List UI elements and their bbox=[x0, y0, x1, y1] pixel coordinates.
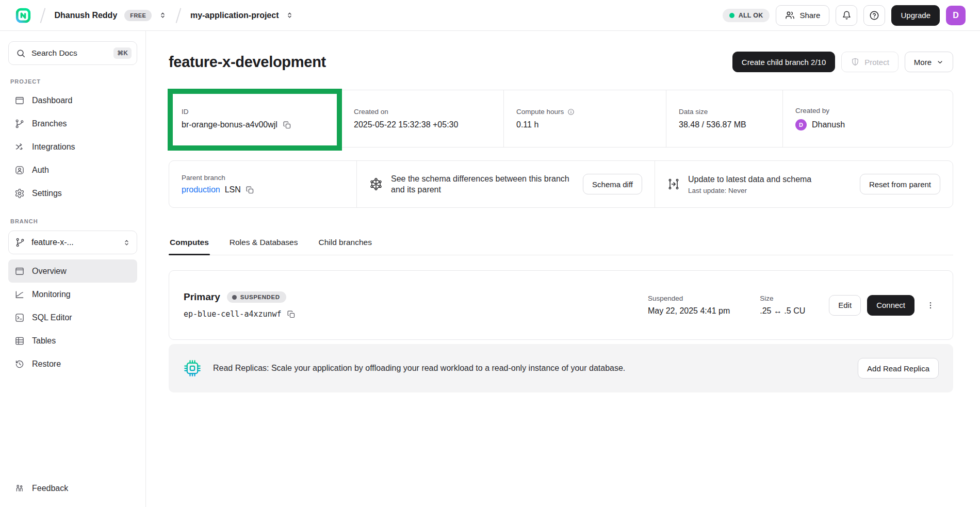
schema-diff-button[interactable]: Schema diff bbox=[583, 174, 642, 194]
branch-tabs: Computes Roles & Databases Child branche… bbox=[169, 234, 953, 255]
sidebar-item-label: Settings bbox=[32, 189, 62, 198]
tab-roles-databases[interactable]: Roles & Databases bbox=[228, 234, 299, 255]
detail-data-size: Data size 38.48 / 536.87 MB bbox=[666, 90, 782, 147]
sidebar-item-branches[interactable]: Branches bbox=[8, 112, 137, 135]
branch-section-label: BRANCH bbox=[10, 218, 137, 224]
sidebar-item-label: SQL Editor bbox=[32, 313, 72, 322]
git-branch-icon bbox=[15, 237, 25, 248]
copy-icon[interactable] bbox=[246, 186, 254, 194]
compute-size-col: Size .25 ↔ .5 CU bbox=[760, 295, 805, 316]
schema-diff-description: See the schema differences between this … bbox=[391, 173, 575, 195]
sidebar-item-monitoring[interactable]: Monitoring bbox=[8, 283, 137, 306]
size-label: Size bbox=[760, 295, 805, 302]
dashboard-icon bbox=[14, 95, 25, 106]
terminal-icon bbox=[14, 313, 25, 323]
created-by-value: Dhanush bbox=[812, 120, 845, 129]
org-name[interactable]: Dhanush Reddy bbox=[55, 11, 118, 20]
status-badge[interactable]: ALL OK bbox=[723, 9, 770, 22]
update-description: Update to latest data and schema bbox=[688, 174, 811, 185]
copy-icon[interactable] bbox=[287, 310, 296, 319]
detail-compute-hours: Compute hours 0.11 h bbox=[503, 90, 666, 147]
breadcrumb-divider bbox=[176, 8, 181, 23]
connect-button[interactable]: Connect bbox=[867, 295, 914, 316]
history-clock-icon bbox=[14, 359, 25, 369]
status-dot-icon bbox=[729, 13, 734, 18]
sidebar-item-label: Tables bbox=[32, 336, 56, 346]
compute-menu-button[interactable] bbox=[923, 295, 938, 316]
table-grid-icon bbox=[14, 336, 25, 346]
protect-label: Protect bbox=[864, 58, 889, 67]
upgrade-button[interactable]: Upgrade bbox=[891, 5, 940, 26]
edit-button[interactable]: Edit bbox=[829, 295, 861, 316]
neon-logo-icon[interactable] bbox=[15, 8, 31, 23]
created-on-label: Created on bbox=[354, 108, 491, 116]
detail-created-by: Created by D Dhanush bbox=[782, 90, 953, 147]
read-replica-text: Read Replicas: Scale your application by… bbox=[213, 364, 625, 373]
branch-selector-value: feature-x-... bbox=[31, 238, 74, 247]
tab-child-branches[interactable]: Child branches bbox=[317, 234, 372, 255]
breadcrumb-divider bbox=[40, 8, 45, 23]
sidebar-item-tables[interactable]: Tables bbox=[8, 329, 137, 352]
project-name[interactable]: my-application-project bbox=[190, 11, 279, 20]
users-icon bbox=[785, 10, 795, 20]
auth-user-icon bbox=[14, 165, 25, 175]
created-on-value: 2025-05-22 15:32:38 +05:30 bbox=[354, 120, 491, 129]
protect-button[interactable]: Protect bbox=[841, 52, 899, 72]
sidebar: Search Docs ⌘K PROJECT Dashboard Branche… bbox=[0, 31, 146, 507]
sidebar-item-auth[interactable]: Auth bbox=[8, 158, 137, 182]
org-switcher-icon[interactable] bbox=[159, 11, 167, 19]
detail-id: ID br-orange-bonus-a4v00wjl bbox=[169, 90, 341, 147]
project-switcher-icon[interactable] bbox=[286, 11, 293, 19]
chevron-down-icon bbox=[936, 58, 944, 66]
compute-suspended-col: Suspended May 22, 2025 4:41 pm bbox=[648, 295, 730, 316]
suspended-label: Suspended bbox=[648, 295, 730, 302]
branch-selector[interactable]: feature-x-... bbox=[8, 231, 137, 254]
parent-branch-card: Parent branch production LSN See the sch… bbox=[169, 160, 953, 208]
git-branch-icon bbox=[14, 119, 25, 129]
copy-icon[interactable] bbox=[283, 121, 291, 129]
share-label: Share bbox=[799, 11, 820, 20]
user-avatar[interactable]: D bbox=[946, 6, 966, 25]
data-size-value: 38.48 / 536.87 MB bbox=[679, 120, 770, 129]
sidebar-item-label: Branches bbox=[32, 119, 67, 128]
size-value: .25 ↔ .5 CU bbox=[760, 306, 805, 316]
last-update-text: Last update: Never bbox=[688, 187, 811, 194]
search-docs-input[interactable]: Search Docs ⌘K bbox=[8, 41, 137, 65]
people-feedback-icon bbox=[14, 483, 25, 494]
sidebar-item-settings[interactable]: Settings bbox=[8, 182, 137, 205]
share-button[interactable]: Share bbox=[776, 5, 829, 26]
feedback-label: Feedback bbox=[32, 484, 68, 493]
branch-id-value: br-orange-bonus-a4v00wjl bbox=[182, 120, 277, 129]
sidebar-item-overview[interactable]: Overview bbox=[8, 259, 137, 283]
main-content: feature-x-development Create child branc… bbox=[146, 31, 980, 507]
compute-hours-value: 0.11 h bbox=[516, 120, 654, 129]
search-icon bbox=[16, 48, 26, 58]
notifications-button[interactable] bbox=[836, 5, 857, 26]
plan-badge: FREE bbox=[124, 10, 152, 21]
sidebar-item-dashboard[interactable]: Dashboard bbox=[8, 89, 137, 112]
sidebar-item-label: Monitoring bbox=[32, 290, 71, 299]
sidebar-item-feedback[interactable]: Feedback bbox=[8, 483, 137, 494]
page-title: feature-x-development bbox=[169, 54, 326, 71]
more-button[interactable]: More bbox=[905, 52, 953, 72]
gear-icon bbox=[14, 188, 25, 199]
parent-branch-label: Parent branch bbox=[182, 174, 254, 182]
search-docs-label: Search Docs bbox=[31, 48, 77, 58]
tab-computes[interactable]: Computes bbox=[169, 234, 210, 255]
shield-icon bbox=[851, 57, 860, 67]
help-button[interactable] bbox=[863, 5, 885, 26]
sidebar-item-restore[interactable]: Restore bbox=[8, 352, 137, 375]
info-icon[interactable] bbox=[567, 108, 575, 116]
create-child-branch-button[interactable]: Create child branch 2/10 bbox=[732, 52, 835, 72]
breadcrumb: Dhanush Reddy FREE my-application-projec… bbox=[15, 8, 293, 23]
add-read-replica-button[interactable]: Add Read Replica bbox=[858, 358, 939, 379]
chevron-updown-icon bbox=[123, 239, 130, 247]
reset-branch-icon bbox=[667, 178, 680, 190]
bell-icon bbox=[842, 10, 852, 20]
top-header: Dhanush Reddy FREE my-application-projec… bbox=[0, 0, 980, 31]
compute-status-badge: SUSPENDED bbox=[227, 291, 286, 303]
reset-from-parent-button[interactable]: Reset from parent bbox=[860, 174, 940, 194]
sidebar-item-sql-editor[interactable]: SQL Editor bbox=[8, 306, 137, 329]
sidebar-item-integrations[interactable]: Integrations bbox=[8, 135, 137, 158]
parent-branch-link[interactable]: production bbox=[182, 185, 220, 194]
